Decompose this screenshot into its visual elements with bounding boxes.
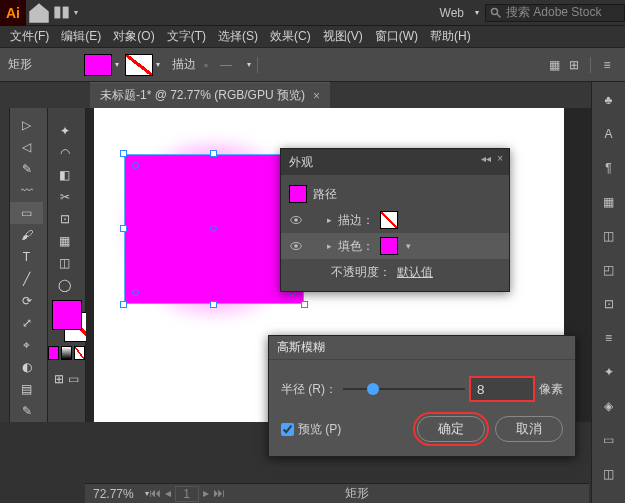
prev-page-icon[interactable]: ◂ [165,486,171,502]
swatches-icon[interactable]: ▦ [599,192,619,212]
tool-shape-build[interactable]: ◐ [10,356,43,378]
mode-gradient[interactable] [61,346,72,360]
stroke-swatch[interactable] [125,54,153,76]
dialog-title: 高斯模糊 [269,336,575,360]
search-placeholder: 搜索 Adobe Stock [506,4,601,21]
menu-window[interactable]: 窗口(W) [369,28,424,45]
panel-collapse-icon[interactable]: ◂◂ [481,153,491,164]
menu-type[interactable]: 文字(T) [161,28,212,45]
tool-selection[interactable]: ▷ [10,114,43,136]
tool-scale[interactable]: ⤢ [10,312,43,334]
tool-rotate[interactable]: ⟳ [10,290,43,312]
tool-magic[interactable]: ✦ [48,120,81,142]
properties-icon[interactable]: ♣ [599,90,619,110]
menu-effect[interactable]: 效果(C) [264,28,317,45]
radius-input[interactable] [471,378,533,400]
layout-icon[interactable]: ▾ [52,0,78,26]
tool-rectangle[interactable]: ▭ [10,202,43,224]
close-tab-icon[interactable]: × [313,89,320,103]
view-mode-icon[interactable]: ▭ [68,372,79,386]
menubar: 文件(F) 编辑(E) 对象(O) 文字(T) 选择(S) 效果(C) 视图(V… [0,26,625,48]
type-panel-icon[interactable]: A [599,124,619,144]
tool-width[interactable]: ⌖ [10,334,43,356]
tool-eraser[interactable]: ◧ [48,164,81,186]
control-bar: 矩形 ▾ ▾ 描边 ◦ — ▾ ▦ ⊞ ≡ [0,48,625,82]
symbols-icon[interactable]: ✦ [599,362,619,382]
stroke-row-label: 描边： [338,212,374,229]
tab-title: 未标题-1* @ 72.77% (RGB/GPU 预览) [100,87,305,104]
screen-mode-icon[interactable]: ⊞ [54,372,64,386]
tool-curve[interactable]: 〰 [10,180,43,202]
left-toolbar-collapsed [0,108,10,422]
path-label: 路径 [313,186,337,203]
menu-object[interactable]: 对象(O) [107,28,160,45]
cancel-button[interactable]: 取消 [495,416,563,442]
fill-value-swatch[interactable] [380,237,398,255]
menu-help[interactable]: 帮助(H) [424,28,477,45]
last-page-icon[interactable]: ⏭ [213,486,225,502]
unit-label: 像素 [539,381,563,398]
tool-pen[interactable]: ✎ [10,158,43,180]
menu-file[interactable]: 文件(F) [4,28,55,45]
radius-slider[interactable] [343,381,465,397]
menu-view[interactable]: 视图(V) [317,28,369,45]
tool-eyedrop[interactable]: ✎ [10,400,43,422]
document-tab[interactable]: 未标题-1* @ 72.77% (RGB/GPU 预览) × [90,82,330,108]
layers-icon[interactable]: ◈ [599,396,619,416]
tool-perspective[interactable]: ◫ [48,252,81,274]
eye-icon[interactable] [289,239,303,253]
tool-free-trans[interactable]: ⊡ [48,208,81,230]
tool-scissors[interactable]: ✂ [48,186,81,208]
eye-icon[interactable] [289,213,303,227]
doc-preset[interactable]: Web [432,6,472,20]
mode-none[interactable] [74,346,85,360]
gaussian-blur-dialog: 高斯模糊 半径 (R)： 像素 预览 (P) 确定 取消 [268,335,576,457]
ok-button[interactable]: 确定 [417,416,485,442]
transform-icon[interactable]: ⊡ [599,294,619,314]
svg-point-2 [492,8,498,14]
fill-row-label: 填色： [338,238,374,255]
menu-edit[interactable]: 编辑(E) [55,28,107,45]
stroke-value-swatch[interactable] [380,211,398,229]
shape-type-label: 矩形 [8,56,32,73]
tool-type[interactable]: T [10,246,43,268]
tool-line[interactable]: ╱ [10,268,43,290]
status-shape: 矩形 [345,485,369,502]
color-panel: ✦ ◠ ◧ ✂ ⊡ ▦ ◫ ◯ ⊞ ▭ [48,108,86,422]
right-toolbar: ♣ A ¶ ▦ ◫ ◰ ⊡ ≡ ✦ ◈ ▭ ◫ [591,82,625,503]
prefs-icon[interactable]: ≡ [597,55,617,75]
selected-rectangle[interactable] [124,154,304,304]
libraries-icon[interactable]: ◫ [599,464,619,484]
svg-line-3 [497,13,501,17]
svg-point-5 [294,218,298,222]
search-input[interactable]: 搜索 Adobe Stock [485,4,625,22]
first-page-icon[interactable]: ⏮ [149,486,161,502]
tool-lasso[interactable]: ◠ [48,142,81,164]
opacity-label: 不透明度： [331,264,391,281]
fill-swatch[interactable] [84,54,112,76]
stroke-label: 描边 [172,56,196,73]
tool-direct-select[interactable]: ◁ [10,136,43,158]
arrange-icon[interactable]: ⊞ [564,55,584,75]
align-icon[interactable]: ▦ [544,55,564,75]
tool-brush[interactable]: 🖌 [10,224,43,246]
zoom-level[interactable]: 72.77% [93,487,134,501]
opacity-value[interactable]: 默认值 [397,264,433,281]
mode-color[interactable] [48,346,59,360]
pathfinder-icon[interactable]: ◰ [599,260,619,280]
appearance-panel: ◂◂× 外观 路径 ▸ 描边： ▸ 填色： ▾ 不透明度： 默认值 [280,148,510,292]
tool-gradient[interactable]: ▤ [10,378,43,400]
home-icon[interactable] [26,0,52,26]
artboards-icon[interactable]: ▭ [599,430,619,450]
tool-mesh[interactable]: ▦ [48,230,81,252]
panel-menu-icon[interactable]: × [497,153,503,164]
paragraph-icon[interactable]: ¶ [599,158,619,178]
align-panel-icon[interactable]: ◫ [599,226,619,246]
next-page-icon[interactable]: ▸ [203,486,209,502]
svg-rect-0 [54,7,60,19]
app-logo: Ai [0,0,26,26]
tool-blend[interactable]: ◯ [48,274,81,296]
menu-select[interactable]: 选择(S) [212,28,264,45]
preview-checkbox[interactable]: 预览 (P) [281,421,341,438]
brushes-icon[interactable]: ≡ [599,328,619,348]
